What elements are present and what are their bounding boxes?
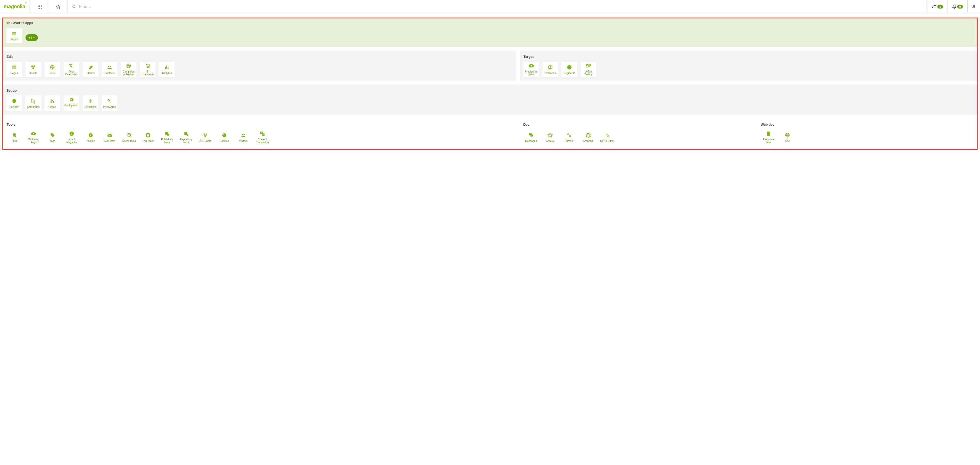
svg-point-100	[787, 135, 788, 136]
target-tile-a-b-n-testing[interactable]: ABA/B/n Testing	[581, 62, 596, 77]
svg-text:A: A	[261, 132, 262, 133]
tools-tile-publishing-tools[interactable]: Publishing tools	[159, 129, 175, 145]
setup-tile-feeds[interactable]: Feeds	[45, 96, 60, 111]
tools-tile-cache-tools[interactable]: Cache tools	[121, 129, 137, 145]
tools-tile-jcr-tools[interactable]: JCR Tools	[197, 129, 213, 145]
tile-label: Preview as visitor	[524, 70, 538, 76]
edit-tile-contacts[interactable]: Contacts	[102, 62, 117, 77]
tools-tile-backup[interactable]: Backup	[83, 129, 99, 145]
svg-text:B: B	[589, 64, 590, 66]
setup-tile-configuration[interactable]: Configuration	[64, 96, 79, 111]
svg-point-48	[51, 102, 51, 103]
svg-point-53	[15, 136, 16, 137]
tasks-button[interactable]: 0	[928, 0, 948, 13]
tile-label: Pages	[11, 38, 18, 41]
target-tiles: Preview as visitorPersonasSegmentsABA/B/…	[523, 62, 974, 77]
add-favorite-button[interactable]: + / −	[25, 34, 38, 41]
info-icon: i	[69, 131, 75, 136]
svg-point-68	[204, 133, 205, 135]
target-title: Target	[523, 55, 974, 59]
svg-text:A: A	[587, 64, 588, 66]
tools-tile-mail-tools[interactable]: Mail tools	[102, 129, 118, 145]
dev-tile-graphql[interactable]: GraphQL	[581, 129, 596, 145]
favorites-button[interactable]	[49, 0, 68, 13]
setup-tile-definitions[interactable]: Definitions	[83, 96, 98, 111]
setup-tile-categories[interactable]: Categories	[25, 96, 41, 111]
tools-tile-content-translation[interactable]: A文Content Translation	[255, 129, 270, 145]
target-tile-segments[interactable]: Segments	[562, 62, 577, 77]
edit-tile-stories[interactable]: Stories	[83, 62, 98, 77]
file-icon	[765, 131, 771, 136]
tools-tile-repository-tools[interactable]: Repository tools	[178, 129, 194, 145]
log-icon	[145, 133, 151, 138]
svg-point-8	[41, 8, 41, 8]
tile-label: Backup	[86, 140, 95, 142]
tile-label: Sample	[565, 140, 574, 142]
tools-tile-jcr[interactable]: JCR	[7, 129, 22, 145]
tools-tile-about-magnolia[interactable]: iAbout Magnolia	[64, 129, 80, 145]
svg-point-5	[41, 6, 41, 7]
svg-point-20	[32, 65, 33, 67]
svg-line-11	[75, 7, 76, 8]
svg-point-69	[206, 133, 207, 135]
dev-tile-messages[interactable]: Messages	[523, 129, 539, 145]
logo-cell[interactable]: magnolia®	[0, 0, 30, 13]
tools-tile-visitors[interactable]: Visitors	[235, 129, 251, 145]
target-tile-preview-as-visitor[interactable]: Preview as visitor	[523, 62, 539, 77]
tile-label: Contacts	[104, 72, 115, 75]
target-tile-personas[interactable]: Personas	[542, 62, 558, 77]
svg-point-14	[973, 5, 974, 6]
webdev-tile-resource-files[interactable]: Resource Files	[760, 129, 776, 145]
svg-rect-36	[167, 67, 168, 69]
tools-tile-marketing-tags[interactable]: Marketing Tags	[26, 129, 41, 145]
svg-rect-51	[13, 133, 16, 135]
svg-point-21	[33, 65, 35, 67]
webdev-section: Web dev Resource FilesSite	[757, 118, 977, 149]
search-input[interactable]	[79, 4, 923, 9]
tools-tile-log-tools[interactable]: Log Tools	[140, 129, 156, 145]
setup-tiles: SecurityCategoriesFeedsConfigurationDefi…	[6, 96, 974, 111]
edit-tile-pages[interactable]: Pages	[6, 62, 22, 77]
tools-tile-tags[interactable]: Tags	[45, 129, 60, 145]
svg-point-87	[570, 136, 570, 136]
setup-tile-security[interactable]: Security	[6, 96, 22, 111]
svg-rect-34	[165, 67, 166, 69]
apps-launcher-button[interactable]	[30, 0, 49, 13]
svg-marker-15	[7, 21, 10, 24]
svg-point-33	[149, 67, 150, 68]
cookie-icon	[221, 133, 227, 138]
tasks-icon	[932, 5, 936, 8]
dev-tile-sample[interactable]: Sample	[562, 129, 577, 145]
tools-tile-cookies[interactable]: Cookies	[216, 129, 232, 145]
shield-icon	[11, 98, 17, 104]
edit-tile-assets[interactable]: Assets	[25, 62, 41, 77]
edit-tile-analytics[interactable]: Analytics	[159, 62, 175, 77]
tile-label: About Magnolia	[64, 138, 79, 144]
setup-tile-passwords[interactable]: Passwords	[102, 96, 117, 111]
edit-tile-e-commerce[interactable]: E-commerce	[140, 62, 156, 77]
feather-icon	[88, 64, 93, 70]
tile-label: Marketing Tags	[26, 138, 41, 144]
people-icon	[107, 64, 112, 70]
search-cell[interactable]	[68, 0, 928, 13]
svg-point-31	[128, 66, 129, 66]
tile-label: Personas	[545, 72, 556, 75]
tile-label: E-commerce	[140, 70, 155, 76]
edit-tile-tour-categories[interactable]: Tour Categories	[64, 62, 79, 77]
dev-tile-rest-client[interactable]: REST Client	[600, 129, 615, 145]
webdev-tile-site[interactable]: Site	[780, 129, 795, 145]
user-menu-button[interactable]	[967, 0, 980, 13]
fav-tile-pages[interactable]: Pages	[6, 28, 22, 43]
notifications-button[interactable]: 0	[948, 0, 967, 13]
tile-label: Assets	[29, 72, 37, 75]
tile-label: Visitors	[239, 140, 248, 142]
tile-label: Segments	[563, 72, 575, 75]
dev-tile-groovy[interactable]: Groovy	[542, 129, 558, 145]
tile-label: Pages	[11, 72, 18, 75]
edit-tile-tours[interactable]: Tours	[45, 62, 60, 77]
svg-point-60	[127, 133, 130, 134]
svg-point-62	[146, 133, 150, 134]
key-icon	[107, 98, 112, 104]
svg-rect-59	[108, 134, 112, 137]
edit-tile-campaign-publisher[interactable]: Campaign publisher	[121, 62, 136, 77]
